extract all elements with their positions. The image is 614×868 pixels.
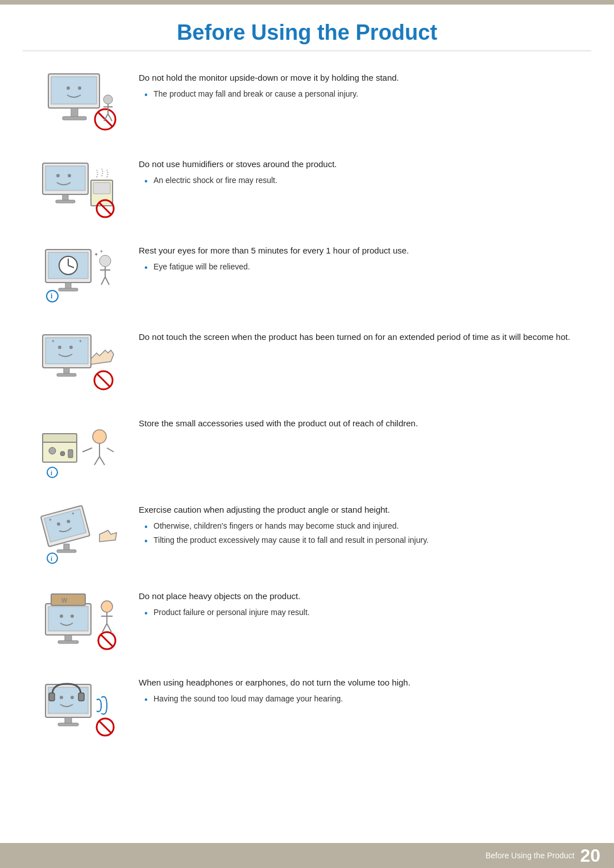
safety-item-2: Do not use humidifiers or stoves around …	[34, 155, 580, 223]
bullet-item: An electric shock or fire may result.	[144, 175, 580, 186]
svg-text:i: i	[51, 555, 52, 562]
svg-point-54	[93, 430, 106, 443]
svg-rect-92	[78, 693, 84, 701]
content-area: Do not hold the monitor upside-down or m…	[0, 51, 614, 805]
main-text-5: Store the small accessories used with th…	[139, 417, 580, 430]
svg-point-74	[60, 614, 63, 618]
text-box-1: Do not hold the monitor upside-down or m…	[139, 68, 580, 102]
svg-rect-50	[43, 434, 77, 442]
svg-line-86	[101, 634, 113, 647]
svg-point-4	[67, 86, 70, 90]
svg-point-41	[58, 346, 61, 349]
svg-point-80	[101, 601, 113, 612]
bullet-list-7: Product failure or personal injure may r…	[139, 607, 580, 618]
svg-point-30	[99, 255, 111, 267]
main-text-4: Do not touch the screen when the product…	[139, 331, 580, 344]
svg-line-84	[107, 624, 111, 632]
svg-text:W: W	[61, 597, 68, 604]
bullet-list-2: An electric shock or fire may result.	[139, 175, 580, 186]
icon-humidifier	[34, 155, 125, 223]
svg-rect-69	[57, 550, 76, 553]
main-text-3: Rest your eyes for more than 5 minutes f…	[139, 244, 580, 258]
svg-line-59	[99, 456, 105, 465]
svg-rect-46	[57, 373, 76, 376]
top-stripe	[0, 0, 614, 5]
svg-line-57	[107, 448, 114, 452]
svg-rect-53	[68, 450, 73, 458]
footer-bar: Before Using the Product 20	[0, 843, 614, 868]
icon-headphones	[34, 673, 125, 741]
svg-rect-18	[56, 200, 75, 203]
safety-item-8: When using headphones or earphones, do n…	[34, 673, 580, 741]
main-text-8: When using headphones or earphones, do n…	[139, 676, 580, 690]
page-number: 20	[580, 845, 600, 866]
footer-label: Before Using the Product	[486, 851, 574, 860]
main-text-7: Do not place heavy objects on the produc…	[139, 590, 580, 603]
svg-line-12	[108, 114, 112, 121]
bullet-list-6: Otherwise, children's fingers or hands m…	[139, 520, 580, 546]
svg-point-75	[70, 614, 74, 618]
page-title-section: Before Using the Product	[23, 5, 591, 51]
text-box-7: Do not place heavy objects on the produc…	[139, 587, 580, 621]
bullet-item: Product failure or personal injure may r…	[144, 607, 580, 618]
svg-point-16	[68, 174, 71, 177]
svg-point-8	[103, 95, 113, 104]
svg-text:i: i	[51, 470, 52, 476]
icon-heavy-objects: W	[34, 587, 125, 655]
svg-point-5	[78, 86, 81, 90]
bullet-item: The product may fall and break or cause …	[144, 88, 580, 100]
svg-rect-20	[93, 182, 110, 194]
bullet-item: Tilting the product excessively may caus…	[144, 534, 580, 546]
svg-point-51	[49, 447, 56, 454]
svg-line-96	[99, 721, 111, 733]
svg-point-89	[60, 696, 63, 699]
text-box-5: Store the small accessories used with th…	[139, 414, 580, 434]
main-text-1: Do not hold the monitor upside-down or m…	[139, 72, 580, 85]
text-box-3: Rest your eyes for more than 5 minutes f…	[139, 241, 580, 275]
svg-rect-73	[48, 607, 88, 631]
safety-item-3: ✦ ✦ i Rest your eyes for more than 5 min…	[34, 241, 580, 309]
svg-point-42	[69, 346, 73, 349]
bullet-item: Having the sound too loud may damage you…	[144, 693, 580, 705]
svg-rect-91	[49, 693, 55, 701]
text-box-6: Exercise caution when adjusting the prod…	[139, 500, 580, 549]
svg-text:✦: ✦	[78, 339, 82, 344]
bullet-item: Eye fatigue will be relieved.	[144, 261, 580, 273]
safety-item-4: ✦ ✦ Do not touch the screen when the pro…	[34, 327, 580, 396]
icon-accessories-children: i	[34, 414, 125, 482]
svg-text:i: i	[51, 292, 52, 300]
svg-rect-14	[45, 166, 85, 190]
safety-item-6: ✦ ✦ i Exercise caution when adjusting th…	[34, 500, 580, 568]
svg-line-56	[82, 448, 92, 452]
svg-line-34	[105, 277, 109, 285]
svg-rect-76	[51, 594, 85, 605]
svg-text:✦: ✦	[99, 249, 103, 254]
page-title: Before Using the Product	[23, 20, 591, 45]
svg-line-33	[101, 277, 105, 285]
svg-rect-1	[51, 77, 97, 104]
svg-text:✦: ✦	[94, 251, 98, 258]
icon-monitor-upside-down	[34, 68, 125, 136]
text-box-4: Do not touch the screen when the product…	[139, 327, 580, 347]
svg-rect-94	[58, 723, 78, 726]
text-box-2: Do not use humidifiers or stoves around …	[139, 155, 580, 189]
bullet-list-1: The product may fall and break or cause …	[139, 88, 580, 100]
icon-eye-rest: ✦ ✦ i	[34, 241, 125, 309]
svg-line-83	[102, 624, 107, 632]
svg-point-52	[60, 451, 65, 456]
bullet-list-3: Eye fatigue will be relieved.	[139, 261, 580, 273]
svg-rect-29	[59, 288, 78, 291]
svg-point-15	[56, 174, 60, 177]
svg-line-48	[97, 374, 110, 387]
bullet-list-8: Having the sound too loud may damage you…	[139, 693, 580, 705]
svg-rect-3	[63, 117, 86, 120]
bullet-item: Otherwise, children's fingers or hands m…	[144, 520, 580, 532]
main-text-2: Do not use humidifiers or stoves around …	[139, 158, 580, 171]
svg-line-58	[94, 456, 99, 465]
text-box-8: When using headphones or earphones, do n…	[139, 673, 580, 707]
svg-text:✦: ✦	[51, 339, 55, 344]
main-text-6: Exercise caution when adjusting the prod…	[139, 504, 580, 517]
svg-point-90	[70, 696, 74, 699]
safety-item-1: Do not hold the monitor upside-down or m…	[34, 68, 580, 136]
icon-hot-screen: ✦ ✦	[34, 327, 125, 396]
